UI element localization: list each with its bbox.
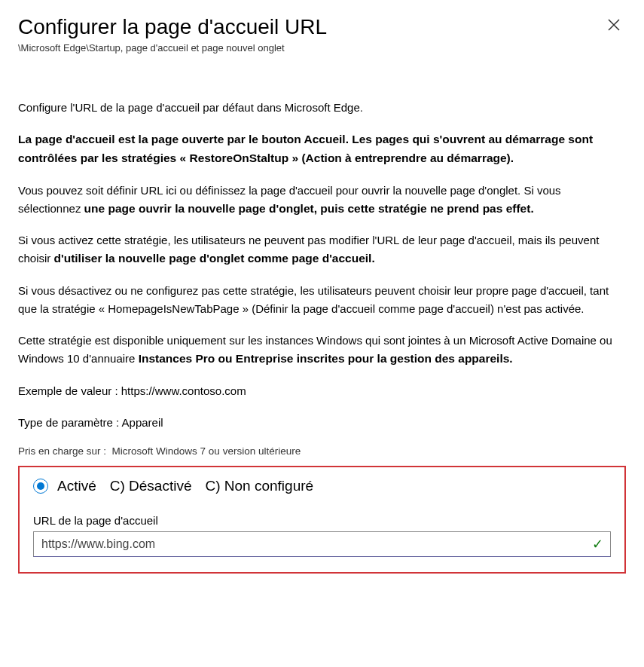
radio-notconfigured-label[interactable]: C) Non configuré <box>206 478 314 494</box>
radio-disabled-label[interactable]: C) Désactivé <box>110 478 192 494</box>
description-define: Vous pouvez soit définir URL ici ou défi… <box>18 182 626 219</box>
radio-group: Activé C) Désactivé C) Non configuré <box>33 478 611 494</box>
description-intro: Configure l'URL de la page d'accueil par… <box>18 99 626 117</box>
page-title: Configurer la page d'accueil URL <box>18 15 327 39</box>
supported-on: Pris en charge sur : Microsoft Windows 7… <box>18 445 626 457</box>
setting-type: Type de paramètre : Appareil <box>18 414 626 432</box>
checkmark-icon: ✓ <box>592 536 603 552</box>
breadcrumb: \Microsoft Edge\Startup, page d'accueil … <box>18 42 327 54</box>
description-homepage: La page d'accueil est la page ouverte pa… <box>18 130 626 168</box>
homepage-url-input[interactable] <box>33 531 611 557</box>
description-availability: Cette stratégie est disponible uniquemen… <box>18 332 626 369</box>
close-icon <box>608 19 620 31</box>
radio-enabled-label: Activé <box>57 478 96 494</box>
radio-enabled[interactable] <box>33 479 48 494</box>
description-disable: Si vous désactivez ou ne configurez pas … <box>18 282 626 318</box>
close-button[interactable] <box>602 15 626 36</box>
url-input-label: URL de la page d'accueil <box>33 514 611 527</box>
description-enable: Si vous activez cette stratégie, les uti… <box>18 231 626 268</box>
config-panel: Activé C) Désactivé C) Non configuré URL… <box>18 466 626 574</box>
example-value: Exemple de valeur : https://www.contoso.… <box>18 382 626 400</box>
